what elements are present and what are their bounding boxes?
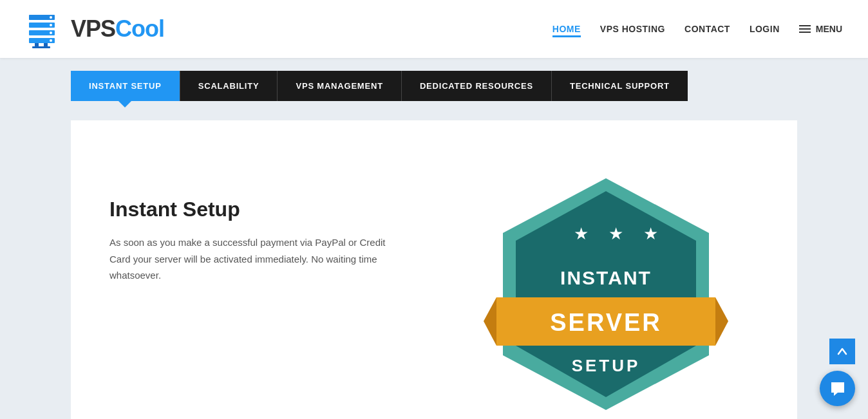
nav-item-contact[interactable]: CONTACT <box>684 21 730 37</box>
chat-icon <box>829 380 847 398</box>
chevron-up-icon <box>836 345 849 358</box>
hamburger-icon <box>799 25 811 33</box>
scroll-top-button[interactable] <box>829 339 855 364</box>
svg-marker-17 <box>484 297 496 346</box>
tabs-container: INSTANT SETUP SCALABILITY VPS MANAGEMENT… <box>71 71 868 101</box>
svg-point-6 <box>50 24 52 26</box>
chat-button[interactable] <box>820 371 855 406</box>
svg-text:INSTANT: INSTANT <box>560 267 652 288</box>
section-desc: As soon as you make a successful payment… <box>109 234 393 284</box>
nav-item-vps-hosting[interactable]: VPS HOSTING <box>600 21 665 37</box>
nav-item-login[interactable]: LOGIN <box>750 21 780 37</box>
svg-marker-18 <box>715 297 728 346</box>
content-left: Instant Setup As soon as you make a succ… <box>109 172 415 284</box>
nav-item-home[interactable]: HOME <box>552 21 581 37</box>
badge-graphic: ★ ★ ★ INSTANT SERVER SETUP <box>484 172 728 416</box>
nav-menu-toggle[interactable]: MENU <box>799 24 842 34</box>
logo-icon <box>26 10 64 48</box>
tab-technical-support[interactable]: TECHNICAL SUPPORT <box>551 71 688 101</box>
logo[interactable]: VPSCool <box>26 10 164 48</box>
content-right: ★ ★ ★ INSTANT SERVER SETUP <box>453 172 759 416</box>
svg-point-7 <box>50 32 52 34</box>
main-content: Instant Setup As soon as you make a succ… <box>71 120 797 419</box>
svg-point-5 <box>50 16 52 19</box>
main-nav: HOME VPS HOSTING CONTACT LOGIN MENU <box>552 21 842 37</box>
tabs-section: INSTANT SETUP SCALABILITY VPS MANAGEMENT… <box>0 58 868 101</box>
tab-vps-management[interactable]: VPS MANAGEMENT <box>277 71 401 101</box>
section-title: Instant Setup <box>109 198 415 221</box>
svg-text:★ ★ ★: ★ ★ ★ <box>574 224 666 243</box>
tab-scalability[interactable]: SCALABILITY <box>180 71 278 101</box>
tab-instant-setup[interactable]: INSTANT SETUP <box>71 71 180 101</box>
svg-text:SERVER: SERVER <box>550 309 662 336</box>
tab-dedicated-resources[interactable]: DEDICATED RESOURCES <box>401 71 551 101</box>
header: VPSCool HOME VPS HOSTING CONTACT LOGIN M… <box>0 0 868 58</box>
svg-rect-11 <box>32 46 50 48</box>
logo-text: VPSCool <box>71 15 164 42</box>
svg-point-8 <box>50 39 52 42</box>
svg-text:SETUP: SETUP <box>572 356 641 375</box>
